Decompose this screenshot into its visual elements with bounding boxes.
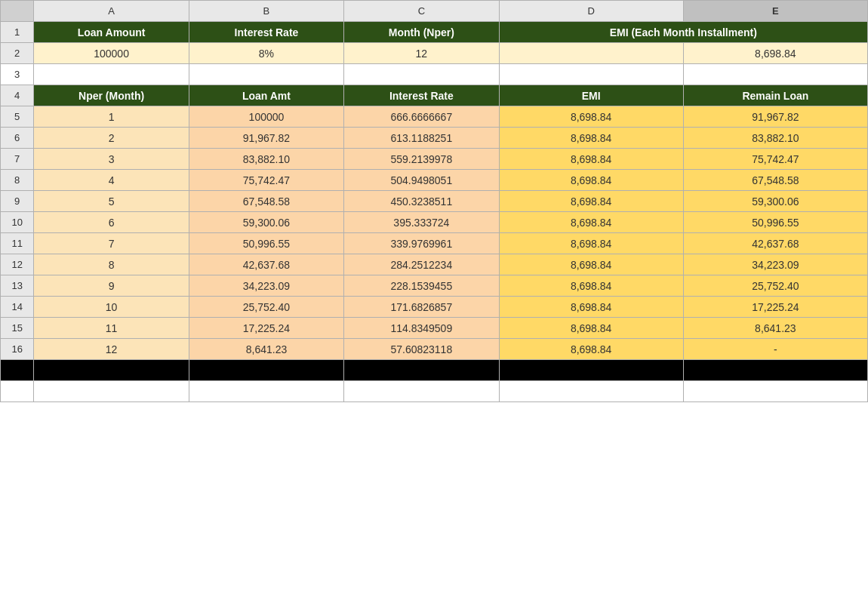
row4-b: Loan Amt	[189, 85, 343, 106]
row9-loan: 67,548.58	[189, 191, 343, 212]
row2-a[interactable]: 100000	[34, 43, 189, 64]
row10-nper: 6	[34, 212, 189, 233]
row13-interest: 228.1539455	[344, 275, 499, 297]
row11-emi: 8,698.84	[499, 233, 683, 254]
row8-nper: 4	[34, 170, 189, 191]
row-label-1: 1	[1, 22, 34, 43]
row8-interest: 504.9498051	[344, 170, 499, 191]
row7-loan: 83,882.10	[189, 149, 343, 170]
row5-loan: 100000	[189, 106, 343, 128]
row-label-3: 3	[1, 64, 34, 85]
row11-interest: 339.9769961	[344, 233, 499, 254]
row4-e: Remain Loan	[683, 85, 867, 106]
row-10: 10659,300.06395.3337248,698.8450,996.55	[1, 212, 868, 233]
row-label-15: 15	[1, 318, 34, 339]
row15-interest: 114.8349509	[344, 318, 499, 339]
row6-nper: 2	[34, 128, 189, 149]
row11-loan: 50,996.55	[189, 233, 343, 254]
row5-emi: 8,698.84	[499, 106, 683, 128]
row16-emi: 8,698.84	[499, 339, 683, 360]
row-label-5: 5	[1, 106, 34, 128]
row14-nper: 10	[34, 297, 189, 318]
row16-remain: -	[683, 339, 867, 360]
row2-e: 8,698.84	[683, 43, 867, 64]
row9-interest: 450.3238511	[344, 191, 499, 212]
row-3: 3	[1, 64, 868, 85]
row12-interest: 284.2512234	[344, 254, 499, 275]
row15-emi: 8,698.84	[499, 318, 683, 339]
row-7: 7383,882.10559.21399788,698.8475,742.47	[1, 149, 868, 170]
row1-d: EMI (Each Month Installment)	[499, 22, 867, 43]
row11-nper: 7	[34, 233, 189, 254]
row-label-7: 7	[1, 149, 34, 170]
col-header-e: E	[683, 1, 867, 22]
row14-loan: 25,752.40	[189, 297, 343, 318]
row10-interest: 395.333724	[344, 212, 499, 233]
row13-remain: 25,752.40	[683, 275, 867, 297]
row2-b[interactable]: 8%	[189, 43, 343, 64]
row-label-14: 14	[1, 297, 34, 318]
row12-emi: 8,698.84	[499, 254, 683, 275]
col-header-d: D	[499, 1, 683, 22]
row-label-6: 6	[1, 128, 34, 149]
col-header-b: B	[189, 1, 343, 22]
row-label-11: 11	[1, 233, 34, 254]
row3-a	[34, 64, 189, 85]
row14-interest: 171.6826857	[344, 297, 499, 318]
row10-loan: 59,300.06	[189, 212, 343, 233]
row2-c[interactable]: 12	[344, 43, 499, 64]
row-1: 1 Loan Amount Interest Rate Month (Nper)…	[1, 22, 868, 43]
row-label-12: 12	[1, 254, 34, 275]
row10-remain: 50,996.55	[683, 212, 867, 233]
row-16: 16128,641.2357.608231188,698.84-	[1, 339, 868, 360]
row-label-16: 16	[1, 339, 34, 360]
row3-d	[499, 64, 683, 85]
row12-loan: 42,637.68	[189, 254, 343, 275]
row8-emi: 8,698.84	[499, 170, 683, 191]
row-label-8: 8	[1, 170, 34, 191]
row9-nper: 5	[34, 191, 189, 212]
row6-emi: 8,698.84	[499, 128, 683, 149]
row14-emi: 8,698.84	[499, 297, 683, 318]
row12-nper: 8	[34, 254, 189, 275]
spreadsheet: A B C D E 1 Loan Amount Interest Rate Mo…	[0, 0, 868, 402]
row-label-10: 10	[1, 212, 34, 233]
row8-loan: 75,742.47	[189, 170, 343, 191]
row-4: 4 Nper (Month) Loan Amt Interest Rate EM…	[1, 85, 868, 106]
row-18	[1, 381, 868, 402]
row13-loan: 34,223.09	[189, 275, 343, 297]
row13-emi: 8,698.84	[499, 275, 683, 297]
row-14: 141025,752.40171.68268578,698.8417,225.2…	[1, 297, 868, 318]
row16-loan: 8,641.23	[189, 339, 343, 360]
row2-d	[499, 43, 683, 64]
row-11: 11750,996.55339.97699618,698.8442,637.68	[1, 233, 868, 254]
row-12: 12842,637.68284.25122348,698.8434,223.09	[1, 254, 868, 275]
col-header-c: C	[344, 1, 499, 22]
row7-emi: 8,698.84	[499, 149, 683, 170]
row15-loan: 17,225.24	[189, 318, 343, 339]
row12-remain: 34,223.09	[683, 254, 867, 275]
row-8: 8475,742.47504.94980518,698.8467,548.58	[1, 170, 868, 191]
row6-remain: 83,882.10	[683, 128, 867, 149]
row5-remain: 91,967.82	[683, 106, 867, 128]
row6-interest: 613.1188251	[344, 128, 499, 149]
row-9: 9567,548.58450.32385118,698.8459,300.06	[1, 191, 868, 212]
col-header-a: A	[34, 1, 189, 22]
row16-nper: 12	[34, 339, 189, 360]
row1-b: Interest Rate	[189, 22, 343, 43]
row1-c: Month (Nper)	[344, 22, 499, 43]
row-17	[1, 360, 868, 381]
row5-interest: 666.6666667	[344, 106, 499, 128]
row13-nper: 9	[34, 275, 189, 297]
row7-remain: 75,742.47	[683, 149, 867, 170]
row4-a: Nper (Month)	[34, 85, 189, 106]
row6-loan: 91,967.82	[189, 128, 343, 149]
row10-emi: 8,698.84	[499, 212, 683, 233]
row3-b	[189, 64, 343, 85]
row4-d: EMI	[499, 85, 683, 106]
row3-e	[683, 64, 867, 85]
row-6: 6291,967.82613.11882518,698.8483,882.10	[1, 128, 868, 149]
row1-a: Loan Amount	[34, 22, 189, 43]
row-label-9: 9	[1, 191, 34, 212]
row16-interest: 57.60823118	[344, 339, 499, 360]
